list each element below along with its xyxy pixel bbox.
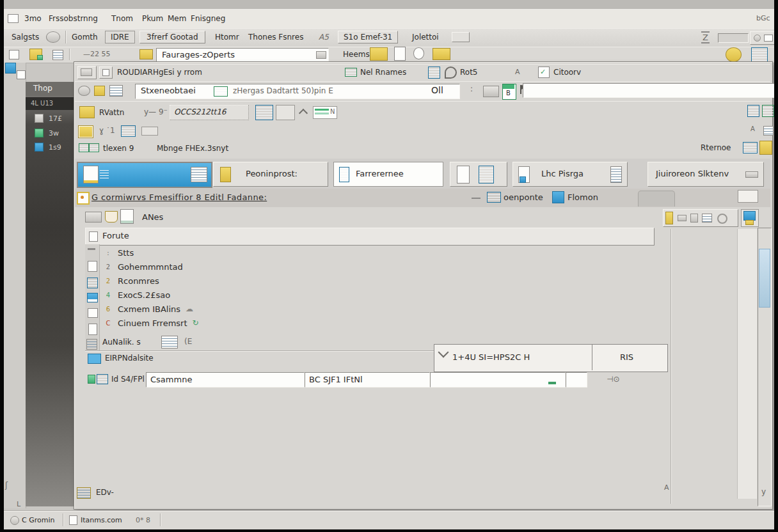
empty-field[interactable]: [430, 372, 566, 387]
list-icon[interactable]: [52, 50, 63, 60]
mini-icon-2[interactable]: [690, 214, 698, 223]
lhc-combo[interactable]: Lhc Pisrga: [512, 162, 628, 187]
cup-icon[interactable]: [105, 211, 118, 223]
mini-yellow-icon[interactable]: [665, 212, 673, 224]
blue-panel-icon[interactable]: [255, 105, 273, 120]
emef-button[interactable]: S1o Emef-31: [338, 31, 398, 43]
code-field[interactable]: BC SJF1 IFtNl: [305, 372, 430, 387]
blob-icon[interactable]: [726, 47, 742, 62]
address-handle-icon[interactable]: [316, 51, 326, 59]
mini-icon-3[interactable]: [702, 214, 712, 223]
right-tool-icon-1[interactable]: [747, 105, 759, 117]
selected-view-button[interactable]: [77, 162, 212, 188]
rail-one-icon[interactable]: [88, 261, 97, 272]
style-combo[interactable]: Stxeneobtaei zHergas Dadtartt 50)pin E O…: [135, 84, 460, 99]
menu-item[interactable]: Frssobstrnng: [49, 14, 98, 23]
page-stack-button[interactable]: [450, 162, 507, 187]
edge-doc-icon[interactable]: [17, 70, 26, 79]
sort-icon[interactable]: Z: [701, 31, 710, 43]
vertical-scrollbar[interactable]: [758, 228, 772, 506]
rail-dash-icon[interactable]: [88, 248, 95, 250]
occ-combo[interactable]: OCCS212tt16: [170, 105, 249, 120]
clipboard-icon[interactable]: [394, 47, 406, 61]
format-input[interactable]: [523, 83, 778, 98]
rternoe-icon-2[interactable]: [759, 141, 772, 155]
eirp-icon[interactable]: [88, 354, 101, 364]
list-item[interactable]: ꞉ Stts: [104, 246, 462, 260]
citoorv-button[interactable]: Citoorv: [553, 68, 581, 77]
merge-label[interactable]: Mbnge FHEx.3snyt: [157, 144, 228, 153]
document-icon[interactable]: [9, 50, 19, 59]
salgsts-button[interactable]: Salgsts: [12, 33, 39, 42]
pill-button[interactable]: [141, 127, 158, 136]
blue-tool-icon[interactable]: [428, 66, 440, 79]
bottom-notes-icon[interactable]: [77, 487, 91, 499]
rot-button[interactable]: Rot5: [460, 68, 477, 77]
field-row-tick-icons[interactable]: ⊣⊙: [607, 375, 620, 384]
menu-item[interactable]: Tnom: [111, 14, 133, 23]
list-item[interactable]: 2 Gohemmmntad: [104, 260, 462, 274]
rail-box-icon[interactable]: [88, 308, 98, 318]
active-tab-title[interactable]: G cormiwrvs Fmesiffior 8 Editl Fadanne:: [91, 192, 267, 202]
ghost-button[interactable]: [276, 105, 295, 120]
list-item[interactable]: C Cinuem Frremsrt ↻: [104, 316, 462, 330]
menu-item[interactable]: Pkum: [142, 14, 163, 23]
thones-button[interactable]: Thones Fsnres: [248, 33, 303, 42]
rail-stack-icon[interactable]: [86, 339, 97, 350]
menu-item[interactable]: Mem: [168, 14, 186, 23]
monitor-icon[interactable]: [483, 86, 499, 97]
monitor-button[interactable]: [741, 209, 759, 227]
stamp-icon[interactable]: [78, 86, 90, 96]
caret-up-icon[interactable]: [299, 109, 308, 118]
right-tool-icon-2[interactable]: [762, 105, 774, 117]
aunalik-list-icon[interactable]: [161, 336, 178, 348]
window-control[interactable]: [738, 190, 758, 203]
rail-folder-icon[interactable]: [87, 293, 98, 302]
nel-rnames-button[interactable]: Nel Rnames: [360, 68, 406, 77]
gomth-button[interactable]: Gomth: [72, 33, 98, 42]
page-icon[interactable]: [120, 209, 134, 224]
folder-icon[interactable]: [79, 106, 95, 118]
jiu-dropdown-button[interactable]: Jiuiroreon Slktenv: [647, 162, 764, 187]
list-item[interactable]: 6 Cxmem IBAlins ☁: [104, 302, 462, 316]
name-field[interactable]: Csammne: [146, 372, 305, 387]
address-input[interactable]: Faurages-zOperts: [156, 48, 329, 62]
folder-small-icon[interactable]: [94, 86, 105, 96]
search-value[interactable]: 1+4U SI=HPS2C H: [452, 352, 530, 362]
farr-combo[interactable]: Farrerernee: [333, 162, 443, 187]
mini-icon-1[interactable]: [678, 215, 687, 221]
edge-app-icon[interactable]: [5, 63, 16, 74]
forute-header[interactable]: Forute: [85, 228, 655, 246]
outline-icon[interactable]: [109, 85, 123, 97]
sidebar-item[interactable]: 3w: [35, 129, 59, 137]
rail-page-icon[interactable]: [88, 324, 97, 335]
menu-item[interactable]: Fnisgneg: [191, 14, 225, 23]
stack-icon[interactable]: [751, 47, 768, 62]
mouse-icon[interactable]: [413, 47, 424, 59]
small-field[interactable]: [566, 372, 587, 387]
mini-circle-icon[interactable]: [717, 214, 727, 224]
zoom-slider[interactable]: [718, 33, 749, 43]
rail-z-icon[interactable]: [87, 278, 98, 288]
sidebar-item[interactable]: 1s9: [35, 143, 61, 152]
inactive-tab[interactable]: [638, 191, 675, 207]
blank-toolbar-button[interactable]: [452, 32, 470, 42]
edv-label[interactable]: EDv-: [96, 488, 114, 497]
blue-list-icon[interactable]: [121, 125, 136, 137]
idre-button[interactable]: IDRE: [105, 31, 135, 43]
grid-icon[interactable]: [78, 125, 93, 138]
flag-badge[interactable]: B: [502, 84, 516, 100]
printer-icon[interactable]: [85, 212, 102, 223]
folder2-icon[interactable]: [433, 48, 450, 60]
flomon-label[interactable]: Flomon: [568, 192, 598, 202]
gootad-button[interactable]: 3frerf Gootad: [139, 31, 205, 43]
lasso-icon[interactable]: [445, 66, 457, 79]
oen-label[interactable]: oenponte: [504, 192, 543, 202]
item-label[interactable]: tlexen 9: [103, 144, 134, 153]
sidebar-item[interactable]: 17£: [35, 114, 62, 123]
rternoe-icon-1[interactable]: [743, 142, 758, 153]
htomr-button[interactable]: Htomr: [215, 33, 239, 42]
list-item[interactable]: 4 ExocS.2£sao: [104, 288, 462, 302]
peon-button[interactable]: Peoninprost:: [213, 162, 328, 187]
scrollbar-thumb[interactable]: [759, 249, 770, 308]
